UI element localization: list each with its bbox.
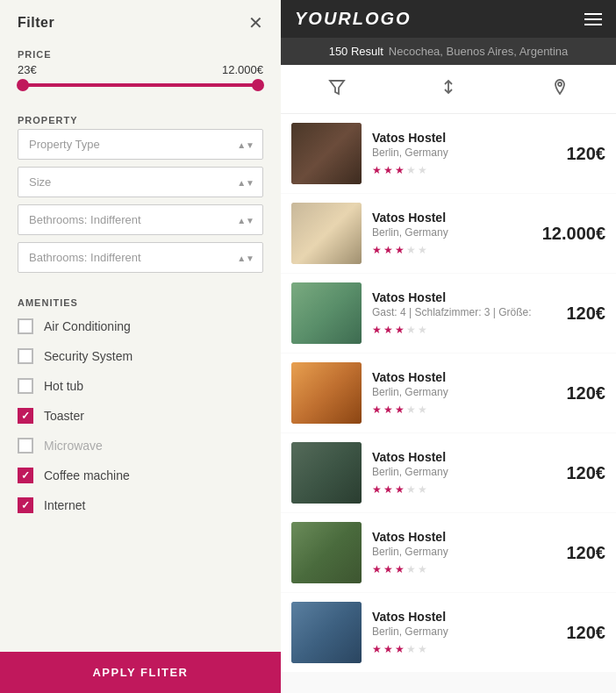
price-section: 23€ 12.000€ [0, 63, 281, 108]
filled-star-icon: ★ [395, 244, 405, 256]
amenity-label: Air Conditioning [44, 319, 131, 333]
filled-star-icon: ★ [372, 324, 382, 336]
result-name: Vatos Hostel [372, 450, 556, 464]
result-location: Necochea, Buenos Aires, Argentina [389, 45, 569, 58]
result-stars: ★★★★★ [372, 404, 556, 416]
price-label: PRICE [0, 42, 281, 63]
amenity-checkbox[interactable] [18, 497, 33, 513]
result-image [291, 282, 362, 344]
empty-star-icon: ★ [418, 643, 427, 655]
sort-icon-button[interactable] [421, 74, 476, 104]
amenity-checkbox[interactable] [18, 408, 33, 424]
empty-star-icon: ★ [418, 164, 427, 176]
filled-star-icon: ★ [383, 164, 393, 176]
amenity-checkbox[interactable] [18, 438, 33, 454]
filled-star-icon: ★ [395, 164, 405, 176]
filled-star-icon: ★ [395, 483, 405, 496]
empty-star-icon: ★ [418, 244, 427, 256]
property-type-select[interactable]: Property Type [18, 129, 263, 160]
filled-star-icon: ★ [372, 244, 382, 256]
result-image [291, 362, 362, 424]
result-location-text: Berlin, Germany [372, 546, 556, 558]
filled-star-icon: ★ [383, 244, 393, 256]
empty-star-icon: ★ [406, 483, 416, 496]
result-name: Vatos Hostel [372, 211, 532, 225]
hamburger-menu[interactable] [584, 13, 602, 25]
amenity-item: Internet [18, 490, 263, 520]
result-item[interactable]: Vatos HostelGast: 4 | Schlafzimmer: 3 | … [281, 274, 616, 353]
result-price: 12.000€ [542, 224, 605, 244]
result-image [291, 442, 362, 504]
property-label: PROPERTY [0, 108, 281, 129]
amenity-item: Coffee machine [18, 461, 263, 490]
result-location-text: Gast: 4 | Schlafzimmer: 3 | Größe: [372, 306, 556, 318]
result-item[interactable]: Vatos HostelBerlin, Germany★★★★★120€ [281, 433, 616, 512]
result-item[interactable]: Vatos HostelBerlin, Germany★★★★★120€ [281, 354, 616, 432]
result-stars: ★★★★★ [372, 164, 556, 176]
hamburger-line-1 [584, 13, 602, 15]
filled-star-icon: ★ [395, 324, 405, 336]
filter-icons-bar [281, 65, 616, 114]
svg-point-2 [558, 82, 562, 86]
close-button[interactable]: ✕ [248, 14, 263, 32]
filter-icon-button[interactable] [310, 74, 364, 104]
hamburger-line-2 [584, 18, 602, 20]
filter-title: Filter [18, 15, 54, 31]
filled-star-icon: ★ [372, 404, 382, 416]
bathrooms-select[interactable]: Bathrooms: Indifferent [18, 242, 263, 273]
filled-star-icon: ★ [395, 563, 405, 575]
size-select[interactable]: Size [18, 167, 263, 197]
map-icon-button[interactable] [533, 74, 587, 104]
amenities-label: AMENITIES [0, 290, 281, 311]
result-info: Vatos HostelBerlin, Germany★★★★★ [372, 211, 532, 256]
amenity-checkbox[interactable] [18, 378, 33, 394]
filled-star-icon: ★ [372, 483, 382, 496]
results-header: YOURLOGO [281, 0, 616, 38]
amenity-label: Hot tub [44, 379, 83, 393]
amenity-item: Air Conditioning [18, 311, 263, 341]
empty-star-icon: ★ [418, 404, 427, 416]
amenity-checkbox[interactable] [18, 468, 33, 483]
result-name: Vatos Hostel [372, 370, 556, 384]
filled-star-icon: ★ [383, 324, 393, 336]
logo: YOURLOGO [295, 9, 412, 29]
empty-star-icon: ★ [406, 404, 416, 416]
filled-star-icon: ★ [383, 563, 393, 575]
result-item[interactable]: Vatos HostelBerlin, Germany★★★★★120€ [281, 593, 616, 672]
result-location-text: Berlin, Germany [372, 625, 556, 638]
empty-star-icon: ★ [406, 324, 416, 336]
result-image [291, 203, 362, 264]
result-stars: ★★★★★ [372, 483, 556, 496]
result-image [291, 602, 362, 663]
filled-star-icon: ★ [383, 483, 393, 496]
result-price: 120€ [567, 623, 606, 643]
amenity-checkbox[interactable] [18, 318, 33, 334]
amenity-checkbox[interactable] [18, 348, 33, 364]
results-subheader: 150 Result Necochea, Buenos Aires, Argen… [281, 38, 616, 65]
result-location-text: Berlin, Germany [372, 226, 532, 239]
bedrooms-select[interactable]: Bethrooms: Indifferent [18, 204, 263, 235]
result-item[interactable]: Vatos HostelBerlin, Germany★★★★★120€ [281, 114, 616, 193]
filter-header: Filter ✕ [0, 0, 281, 42]
apply-filter-button[interactable]: APPLY FLITER [0, 652, 281, 693]
amenity-label: Security System [44, 349, 133, 363]
price-max: 12.000€ [222, 63, 263, 76]
amenity-label: Toaster [44, 409, 84, 423]
price-slider-track[interactable] [18, 83, 263, 87]
empty-star-icon: ★ [406, 563, 416, 575]
result-price: 120€ [567, 383, 606, 404]
result-stars: ★★★★★ [372, 643, 556, 655]
price-slider-thumb-left[interactable] [17, 79, 29, 91]
result-price: 120€ [567, 304, 606, 324]
filled-star-icon: ★ [372, 563, 382, 575]
bathrooms-wrapper: Bathrooms: Indifferent ▲▼ [18, 242, 263, 273]
result-price: 120€ [567, 144, 606, 164]
svg-marker-0 [330, 81, 344, 94]
property-section: Property Type ▲▼ Size ▲▼ Bethrooms: Indi… [0, 129, 281, 290]
result-info: Vatos HostelBerlin, Germany★★★★★ [372, 610, 556, 655]
price-slider-thumb-right[interactable] [252, 79, 264, 91]
result-item[interactable]: Vatos HostelBerlin, Germany★★★★★120€ [281, 513, 616, 592]
result-count: 150 Result [329, 45, 383, 58]
result-image [291, 123, 362, 184]
result-item[interactable]: Vatos HostelBerlin, Germany★★★★★12.000€ [281, 194, 616, 273]
